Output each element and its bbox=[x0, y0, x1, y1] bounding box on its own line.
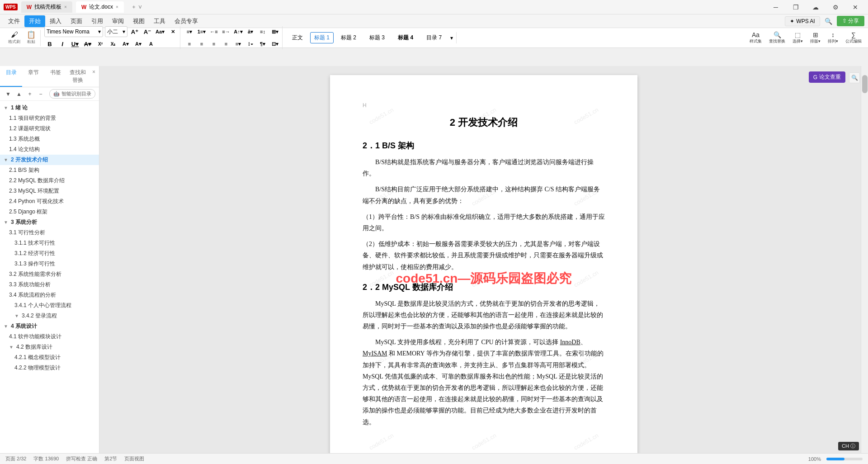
toc-toggle-1[interactable]: ▼ bbox=[4, 105, 9, 110]
toc-item-3-2[interactable]: 3.2 系统性能需求分析 bbox=[0, 269, 99, 279]
font-name-select[interactable]: Times New Roma ▾ bbox=[44, 26, 103, 37]
tab-template[interactable]: W 找稿壳模板 × bbox=[21, 1, 72, 13]
toc-item-1-2[interactable]: 1.2 课题研究现状 bbox=[0, 123, 99, 134]
clear-format-button[interactable]: ✕ bbox=[167, 26, 178, 37]
style-toc7[interactable]: 目录 7 bbox=[420, 32, 448, 43]
find-replace-button[interactable]: 🔍 查找替换 bbox=[766, 30, 788, 46]
menu-tools[interactable]: 工具 bbox=[149, 15, 170, 27]
share-button[interactable]: ⇧ 分享 bbox=[837, 16, 864, 26]
pinyin-button[interactable]: ā▾ bbox=[245, 26, 256, 37]
toc-expand-button[interactable]: ▼ bbox=[4, 90, 13, 99]
toc-item-2-2[interactable]: 2.2 MySQL 数据库介绍 bbox=[0, 175, 99, 186]
toc-item-2-4[interactable]: 2.4 Python 可视化技术 bbox=[0, 196, 99, 207]
menu-page[interactable]: 页面 bbox=[66, 15, 87, 27]
sort-toolbar-button[interactable]: ↕ 排列▾ bbox=[825, 30, 841, 46]
styles-pane-button[interactable]: Aa 样式集 bbox=[747, 30, 764, 46]
toc-item-1[interactable]: ▼ 1 绪 论 bbox=[0, 103, 99, 113]
menu-vip[interactable]: 会员专享 bbox=[170, 15, 203, 27]
styles-more-button[interactable]: ▾ bbox=[449, 33, 454, 43]
toc-toggle-3-4-2[interactable]: ▼ bbox=[14, 313, 20, 318]
toc-item-1-4[interactable]: 1.4 论文结构 bbox=[0, 144, 99, 155]
sidebar-tab-chapter[interactable]: 章节 bbox=[22, 66, 44, 87]
toc-item-3-1-3[interactable]: 3.1.3 操作可行性 bbox=[0, 259, 99, 269]
toc-item-3-4-2[interactable]: ▼ 3.4.2 登录流程 bbox=[0, 311, 99, 321]
menu-start[interactable]: 开始 bbox=[24, 15, 45, 27]
toc-item-4[interactable]: ▼ 4 系统设计 bbox=[0, 321, 99, 331]
formula-button[interactable]: ∑ 公式编辑 bbox=[843, 30, 864, 46]
strikethrough-button[interactable]: A▾ bbox=[82, 38, 93, 49]
scrollbar-thumb[interactable] bbox=[862, 75, 868, 93]
arrange-button[interactable]: ⊞ 排版▾ bbox=[807, 30, 823, 46]
toc-item-4-2-2[interactable]: 4.2.2 物理模型设计 bbox=[0, 363, 99, 373]
style-heading4[interactable]: 标题 4 bbox=[392, 32, 419, 43]
format-painter-button[interactable]: 🖌 格式刷 bbox=[5, 30, 23, 46]
font-outline-button[interactable]: A bbox=[146, 38, 156, 49]
wps-ai-button[interactable]: ✦ WPS AI bbox=[785, 16, 820, 26]
bullet-list-button[interactable]: ≡▾ bbox=[184, 26, 195, 37]
justify-button[interactable]: ≡ bbox=[221, 38, 231, 49]
highlight-button[interactable]: A▾ bbox=[133, 38, 144, 49]
toc-item-2-5[interactable]: 2.5 Django 框架 bbox=[0, 207, 99, 217]
smart-toc-button[interactable]: 🤖 智能识别目录 bbox=[49, 89, 95, 99]
zoom-slider[interactable] bbox=[826, 458, 863, 460]
select-button[interactable]: ⬚ 选择▾ bbox=[790, 30, 806, 46]
toc-item-3-1[interactable]: 3.1 可行性分析 bbox=[0, 227, 99, 238]
increase-indent-button[interactable]: ≡→ bbox=[221, 26, 231, 37]
tab-add-button[interactable]: ＋ ∨ bbox=[127, 1, 146, 13]
menu-review[interactable]: 审阅 bbox=[108, 15, 128, 27]
toc-item-3-1-2[interactable]: 3.1.2 经济可行性 bbox=[0, 248, 99, 259]
toc-item-4-2-1[interactable]: 4.2.1 概念模型设计 bbox=[0, 352, 99, 363]
sidebar-tab-findreplace[interactable]: 查找和替换 bbox=[66, 66, 89, 87]
sidebar-tab-toc[interactable]: 目录 bbox=[0, 66, 22, 87]
menu-insert[interactable]: 插入 bbox=[45, 15, 66, 27]
font-decrease-button[interactable]: A⁻ bbox=[142, 26, 153, 37]
style-normal[interactable]: 正文 bbox=[286, 32, 309, 43]
superscript-button[interactable]: X² bbox=[95, 38, 106, 49]
tab-doc[interactable]: W 论文.docx × bbox=[76, 1, 124, 13]
toc-item-3-3[interactable]: 3.3 系统功能分析 bbox=[0, 279, 99, 290]
toc-item-2[interactable]: ▼ 2 开发技术介绍 bbox=[0, 155, 99, 165]
font-color2-button[interactable]: A▾ bbox=[120, 38, 131, 49]
search-button[interactable]: 🔍 bbox=[822, 16, 835, 26]
toc-toggle-3[interactable]: ▼ bbox=[4, 220, 9, 225]
bold-button[interactable]: B bbox=[44, 38, 55, 49]
number-list-button[interactable]: 1≡▾ bbox=[196, 26, 207, 37]
align-left-button[interactable]: ≡ bbox=[184, 38, 195, 49]
language-button[interactable]: CH ⓘ bbox=[838, 442, 859, 450]
menu-view[interactable]: 视图 bbox=[128, 15, 149, 27]
minimize-button[interactable]: ─ bbox=[767, 1, 785, 14]
underline-button[interactable]: U▾ bbox=[70, 38, 80, 49]
toc-item-3-4[interactable]: 3.4 系统流程的分析 bbox=[0, 290, 99, 300]
toc-item-2-3[interactable]: 2.3 MySQL 环境配置 bbox=[0, 186, 99, 196]
toc-item-3-4-1[interactable]: 3.4.1 个人中心管理流程 bbox=[0, 300, 99, 311]
tab-doc-close[interactable]: × bbox=[116, 5, 118, 9]
text-fill-button[interactable]: ⊡▾ bbox=[269, 38, 280, 49]
tab-template-close[interactable]: × bbox=[64, 5, 67, 9]
plagiarism-check-button[interactable]: G 论文查重 bbox=[809, 71, 845, 83]
cloud-save-button[interactable]: ☁ bbox=[807, 1, 825, 14]
sidebar-close-button[interactable]: × bbox=[89, 66, 99, 87]
font-color-button[interactable]: Aa▾ bbox=[155, 26, 165, 37]
toc-item-2-1[interactable]: 2.1 B/S 架构 bbox=[0, 165, 99, 175]
sidebar-tab-bookmark[interactable]: 书签 bbox=[44, 66, 66, 87]
style-heading3[interactable]: 标题 3 bbox=[363, 32, 391, 43]
toc-remove-button[interactable]: − bbox=[36, 90, 45, 99]
align-center-button[interactable]: ≡ bbox=[196, 38, 207, 49]
paste-button[interactable]: 📋 粘贴 bbox=[24, 30, 38, 46]
toc-item-4-2[interactable]: ▼ 4.2 数据库设计 bbox=[0, 342, 99, 352]
menu-file[interactable]: 文件 bbox=[4, 15, 24, 27]
font-size-select[interactable]: 小二 ▾ bbox=[105, 26, 127, 37]
toc-item-1-3[interactable]: 1.3 系统总概 bbox=[0, 134, 99, 144]
italic-button[interactable]: I bbox=[57, 38, 68, 49]
distributed-button[interactable]: ≡▾ bbox=[233, 38, 244, 49]
menu-reference[interactable]: 引用 bbox=[87, 15, 108, 27]
line-spacing-button[interactable]: ≡↕ bbox=[257, 26, 268, 37]
toc-item-3-1-1[interactable]: 3.1.1 技术可行性 bbox=[0, 238, 99, 248]
font-increase-button[interactable]: A⁺ bbox=[129, 26, 140, 37]
toc-item-1-1[interactable]: 1.1 项目研究的背景 bbox=[0, 113, 99, 123]
sort-button[interactable]: A↑▾ bbox=[233, 26, 244, 37]
subscript-button[interactable]: X₂ bbox=[108, 38, 118, 49]
align-right-button[interactable]: ≡ bbox=[208, 38, 219, 49]
zoom-in-button[interactable]: 🔍 bbox=[849, 72, 860, 83]
border-button[interactable]: ⊞▾ bbox=[269, 26, 280, 37]
